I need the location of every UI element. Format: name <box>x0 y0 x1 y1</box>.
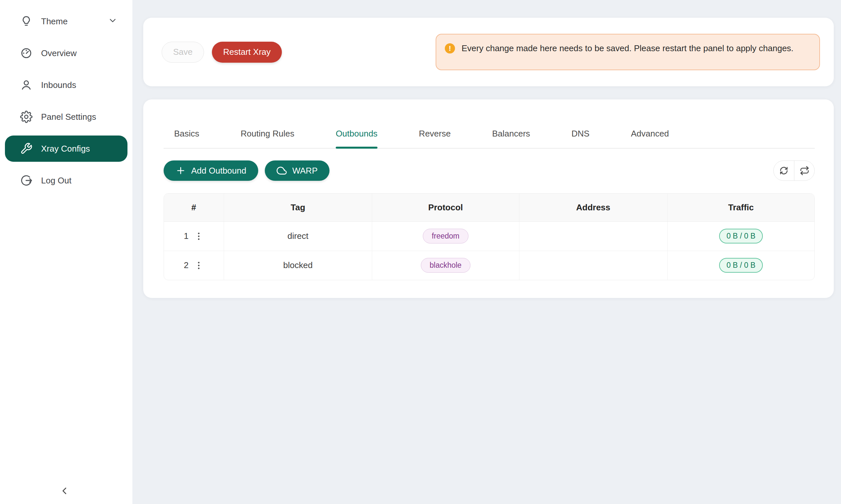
sidebar-item-label: Xray Configs <box>41 144 90 154</box>
gauge-icon <box>20 47 33 59</box>
tab-routing-rules[interactable]: Routing Rules <box>241 119 294 148</box>
sidebar-item-label: Panel Settings <box>41 112 96 122</box>
column-header-traffic: Traffic <box>668 194 815 221</box>
outbounds-actions: Add Outbound WARP <box>164 160 815 181</box>
outbounds-table: # Tag Protocol Address Traffic 1 <box>164 193 815 280</box>
protocol-badge: freedom <box>423 229 468 244</box>
sidebar-collapse-button[interactable] <box>56 484 72 499</box>
tab-outbounds[interactable]: Outbounds <box>336 119 377 148</box>
warp-label: WARP <box>292 166 318 176</box>
wrench-icon <box>20 142 33 155</box>
row-menu-button[interactable] <box>194 231 204 241</box>
table-tools-group <box>773 160 815 181</box>
repeat-icon <box>800 166 809 176</box>
bulb-icon <box>20 15 33 28</box>
cloud-icon <box>277 165 287 176</box>
row-index: 1 <box>184 231 189 241</box>
sidebar-nav: Theme Overview Inbounds Panel Settings <box>0 0 132 194</box>
sync-icon <box>779 166 789 176</box>
tab-dns[interactable]: DNS <box>572 119 590 148</box>
column-header-address: Address <box>519 194 667 221</box>
sidebar-item-log-out[interactable]: Log Out <box>5 167 127 194</box>
protocol-badge: blackhole <box>421 258 470 273</box>
sidebar-item-xray-configs[interactable]: Xray Configs <box>5 136 127 162</box>
restart-warning-alert: ! Every change made here needs to be sav… <box>435 34 820 70</box>
kebab-icon <box>194 231 204 241</box>
sidebar-item-theme[interactable]: Theme <box>5 8 127 34</box>
tab-reverse[interactable]: Reverse <box>419 119 451 148</box>
xray-configs-card: Basics Routing Rules Outbounds Reverse B… <box>143 100 834 298</box>
plus-icon <box>175 165 186 176</box>
sidebar: Theme Overview Inbounds Panel Settings <box>0 0 132 504</box>
row-address <box>519 221 667 251</box>
sidebar-item-inbounds[interactable]: Inbounds <box>5 72 127 98</box>
sidebar-item-label: Overview <box>41 48 76 58</box>
warp-button[interactable]: WARP <box>265 160 329 181</box>
save-restart-card: Save Restart Xray ! Every change made he… <box>143 18 834 86</box>
traffic-badge: 0 B / 0 B <box>719 258 762 273</box>
exclamation-icon: ! <box>445 43 455 53</box>
alert-message: Every change made here needs to be saved… <box>462 41 793 55</box>
logout-icon <box>20 174 33 187</box>
add-outbound-button[interactable]: Add Outbound <box>164 160 258 181</box>
kebab-icon <box>194 260 204 270</box>
chevron-down-icon <box>108 15 118 28</box>
sidebar-item-label: Inbounds <box>41 80 76 90</box>
toggle-view-button[interactable] <box>794 161 814 180</box>
table-header-row: # Tag Protocol Address Traffic <box>164 194 814 221</box>
row-tag: direct <box>224 221 372 251</box>
user-icon <box>20 79 33 91</box>
save-button[interactable]: Save <box>161 42 204 63</box>
tab-basics[interactable]: Basics <box>174 119 200 148</box>
table-row: 2 blocked blackhole 0 B / 0 B <box>164 251 814 280</box>
sidebar-item-panel-settings[interactable]: Panel Settings <box>5 104 127 130</box>
config-tabs: Basics Routing Rules Outbounds Reverse B… <box>164 119 815 149</box>
row-index: 2 <box>184 260 189 270</box>
table-row: 1 direct freedom 0 B / 0 B <box>164 221 814 251</box>
restart-xray-button[interactable]: Restart Xray <box>212 42 282 63</box>
column-header-tag: Tag <box>224 194 372 221</box>
sidebar-item-label: Theme <box>41 16 68 26</box>
sidebar-item-overview[interactable]: Overview <box>5 40 127 66</box>
row-menu-button[interactable] <box>194 260 204 270</box>
add-outbound-label: Add Outbound <box>191 166 246 176</box>
gear-icon <box>20 111 33 123</box>
refresh-button[interactable] <box>774 161 794 180</box>
traffic-badge: 0 B / 0 B <box>719 229 762 244</box>
row-tag: blocked <box>224 251 372 280</box>
tab-balancers[interactable]: Balancers <box>492 119 530 148</box>
chevron-left-icon <box>59 485 70 498</box>
column-header-protocol: Protocol <box>372 194 519 221</box>
sidebar-item-label: Log Out <box>41 176 72 186</box>
tab-advanced[interactable]: Advanced <box>631 119 669 148</box>
column-header-index: # <box>164 194 224 221</box>
row-address <box>519 251 667 280</box>
